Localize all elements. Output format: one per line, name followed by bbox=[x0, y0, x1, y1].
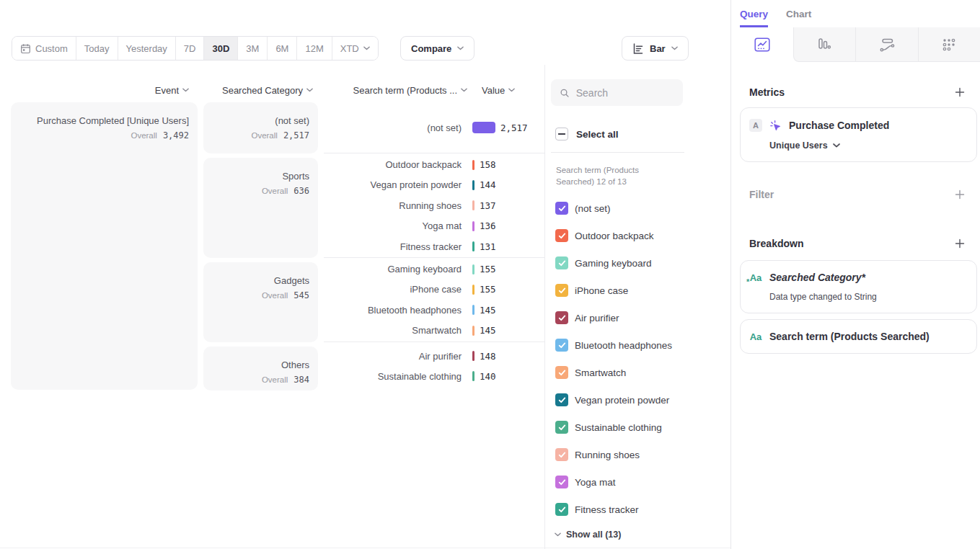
compare-label: Compare bbox=[411, 43, 451, 54]
add-filter-button[interactable] bbox=[955, 189, 965, 200]
value-number: 145 bbox=[480, 305, 496, 316]
search-term-label: Yoga mat bbox=[324, 220, 462, 231]
table-row-yoga-mat[interactable]: Yoga mat136 bbox=[324, 216, 544, 236]
segment-checkbox[interactable] bbox=[555, 448, 568, 461]
segment-checkbox[interactable] bbox=[555, 311, 568, 324]
value-bar bbox=[472, 326, 474, 336]
checkmark-icon bbox=[558, 205, 566, 212]
kebab-menu-icon[interactable] bbox=[963, 272, 968, 283]
table-row-gaming-keyboard[interactable]: Gaming keyboard155 bbox=[324, 259, 544, 279]
compare-button[interactable]: Compare bbox=[400, 36, 474, 61]
date-range-xtd[interactable]: XTD bbox=[332, 37, 378, 60]
column-header-value[interactable]: Value bbox=[482, 85, 515, 96]
segment-item-smartwatch[interactable]: Smartwatch bbox=[545, 359, 730, 386]
segment-checkbox[interactable] bbox=[555, 476, 568, 488]
checkmark-icon bbox=[558, 424, 566, 431]
table-row-fitness-tracker[interactable]: Fitness tracker131 bbox=[324, 236, 544, 256]
value-number: 140 bbox=[480, 371, 496, 382]
date-range-3m[interactable]: 3M bbox=[238, 37, 268, 60]
tab-insights[interactable] bbox=[731, 27, 793, 62]
segment-label: Fitness tracker bbox=[575, 504, 639, 515]
segment-item-fitness-tracker[interactable]: Fitness tracker bbox=[545, 496, 730, 523]
date-range-custom[interactable]: Custom bbox=[12, 37, 76, 60]
column-header-search-term[interactable]: Search term (Products ... bbox=[324, 85, 467, 96]
table-row-outdoor-backpack[interactable]: Outdoor backpack158 bbox=[324, 154, 544, 174]
kebab-menu-icon[interactable] bbox=[963, 120, 968, 131]
table-row-iphone-case[interactable]: iPhone case155 bbox=[324, 280, 544, 300]
segment-item-gaming-keyboard[interactable]: Gaming keyboard bbox=[545, 249, 730, 277]
table-row-bluetooth-headphones[interactable]: Bluetooth headphones145 bbox=[324, 300, 544, 320]
chart-type-button[interactable]: Bar bbox=[622, 36, 689, 61]
tab-funnels[interactable] bbox=[793, 27, 856, 62]
breakdown-section-header: Breakdown bbox=[749, 238, 965, 249]
aggregation-selector[interactable]: Unique Users bbox=[769, 140, 968, 151]
value-number: 144 bbox=[480, 179, 496, 190]
segment-checkbox[interactable] bbox=[555, 229, 568, 242]
segment-checkbox[interactable] bbox=[555, 503, 568, 516]
segment-checkbox[interactable] bbox=[555, 393, 568, 406]
segment-item-outdoor-backpack[interactable]: Outdoor backpack bbox=[545, 222, 730, 249]
select-all-checkbox[interactable] bbox=[555, 128, 568, 140]
segment-item-sustainable-clothing[interactable]: Sustainable clothing bbox=[545, 414, 730, 441]
segment-checkbox[interactable] bbox=[555, 366, 568, 379]
chevron-down-icon bbox=[457, 46, 464, 50]
segment-item-not-set[interactable]: (not set) bbox=[545, 195, 730, 222]
tab-chart[interactable]: Chart bbox=[786, 9, 811, 27]
category-cell-not-set[interactable]: (not set)Overall2,517 bbox=[203, 102, 318, 153]
segment-checkbox[interactable] bbox=[555, 256, 568, 269]
date-range-yesterday[interactable]: Yesterday bbox=[118, 37, 176, 60]
table-row-not-set[interactable]: (not set)2,517 bbox=[324, 117, 544, 138]
value-bar-group: 145 bbox=[472, 305, 496, 316]
date-range-30d[interactable]: 30D bbox=[204, 37, 238, 60]
date-range-today[interactable]: Today bbox=[76, 37, 118, 60]
table-row-vegan-protein-powder[interactable]: Vegan protein powder144 bbox=[324, 175, 544, 195]
segment-checkbox[interactable] bbox=[555, 421, 568, 434]
segment-item-running-shoes[interactable]: Running shoes bbox=[545, 441, 730, 468]
tab-retention[interactable] bbox=[918, 27, 980, 62]
table-row-smartwatch[interactable]: Smartwatch145 bbox=[324, 321, 544, 341]
add-breakdown-button[interactable] bbox=[955, 238, 965, 249]
retention-icon bbox=[943, 38, 955, 51]
segment-checkbox[interactable] bbox=[555, 339, 568, 352]
table-row-sustainable-clothing[interactable]: Sustainable clothing140 bbox=[324, 366, 544, 386]
category-cell-others[interactable]: OthersOverall384 bbox=[203, 347, 318, 390]
table-row-air-purifier[interactable]: Air purifier148 bbox=[324, 346, 544, 366]
checkmark-icon bbox=[558, 260, 566, 267]
show-all-button[interactable]: Show all (13) bbox=[545, 525, 730, 544]
add-metric-button[interactable] bbox=[955, 87, 965, 97]
value-bar-group: 137 bbox=[472, 200, 496, 211]
segment-item-air-purifier[interactable]: Air purifier bbox=[545, 304, 730, 331]
segment-label: Air purifier bbox=[575, 313, 619, 323]
event-cell[interactable]: Purchase Completed [Unique Users] Overal… bbox=[11, 102, 198, 390]
date-range-7d[interactable]: 7D bbox=[176, 37, 205, 60]
segment-item-bluetooth-headphones[interactable]: Bluetooth headphones bbox=[545, 331, 730, 359]
date-range-6m[interactable]: 6M bbox=[268, 37, 297, 60]
date-range-12m[interactable]: 12M bbox=[297, 37, 332, 60]
segment-item-yoga-mat[interactable]: Yoga mat bbox=[545, 468, 730, 496]
select-all-row[interactable]: Select all bbox=[555, 128, 730, 140]
table-row-running-shoes[interactable]: Running shoes137 bbox=[324, 195, 544, 215]
column-header-event[interactable]: Event bbox=[0, 85, 198, 96]
segment-checkbox[interactable] bbox=[555, 202, 568, 215]
tab-query[interactable]: Query bbox=[740, 9, 768, 27]
segment-item-iphone-case[interactable]: iPhone case bbox=[545, 277, 730, 304]
metric-card[interactable]: A Purchase Completed Unique Users bbox=[740, 107, 977, 162]
search-term-label: iPhone case bbox=[324, 284, 462, 295]
category-overall: Overall545 bbox=[212, 290, 309, 300]
segment-item-vegan-protein-powder[interactable]: Vegan protein powder bbox=[545, 386, 730, 414]
segment-checkbox[interactable] bbox=[555, 284, 568, 297]
search-input[interactable] bbox=[576, 87, 674, 99]
chevron-down-icon bbox=[306, 88, 313, 92]
event-name: Purchase Completed [Unique Users] bbox=[19, 115, 189, 127]
segment-label: Outdoor backpack bbox=[575, 231, 654, 241]
category-cell-gadgets[interactable]: GadgetsOverall545 bbox=[203, 262, 318, 342]
segment-label: Sustainable clothing bbox=[575, 422, 662, 433]
category-cell-sports[interactable]: SportsOverall636 bbox=[203, 158, 318, 258]
breakdown-card-searched-category[interactable]: Aa* Searched Category* Data type changed… bbox=[740, 260, 977, 313]
column-header-searched-category[interactable]: Searched Category bbox=[203, 85, 318, 96]
tab-flows[interactable] bbox=[855, 27, 918, 62]
search-icon bbox=[560, 87, 570, 99]
breakdown-card-search-term[interactable]: Aa Search term (Products Searched) bbox=[740, 319, 977, 354]
checkmark-icon bbox=[558, 342, 566, 349]
kebab-menu-icon[interactable] bbox=[963, 331, 968, 342]
